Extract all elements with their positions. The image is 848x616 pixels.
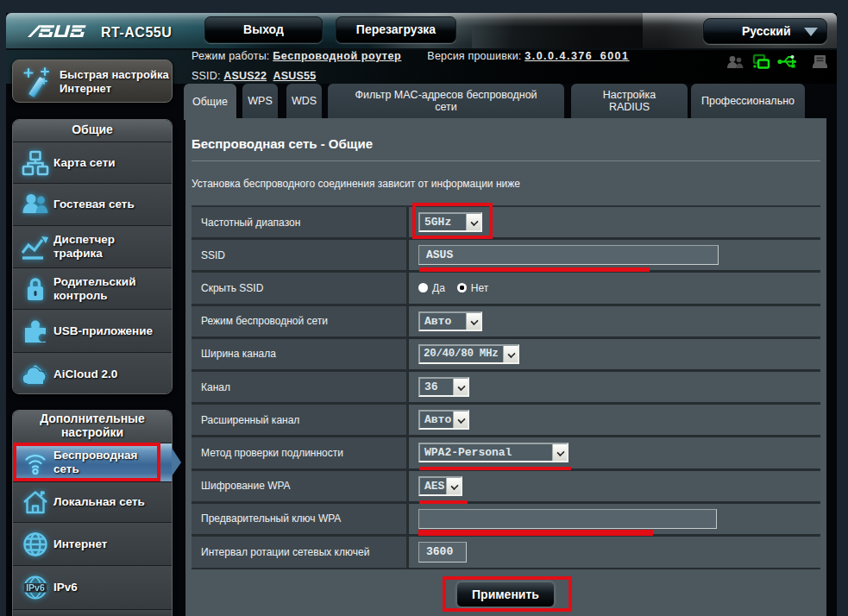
svg-text:IPv6: IPv6 [26,582,45,593]
